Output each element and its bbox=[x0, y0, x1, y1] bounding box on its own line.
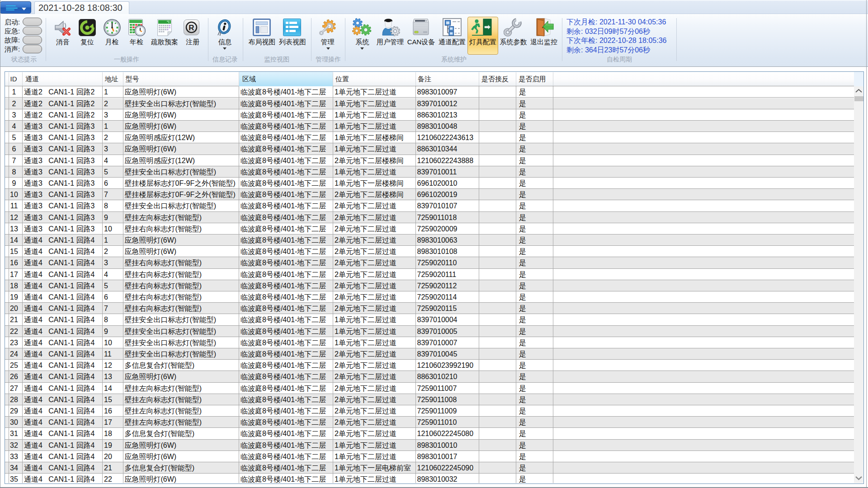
svg-text:R: R bbox=[189, 23, 194, 32]
